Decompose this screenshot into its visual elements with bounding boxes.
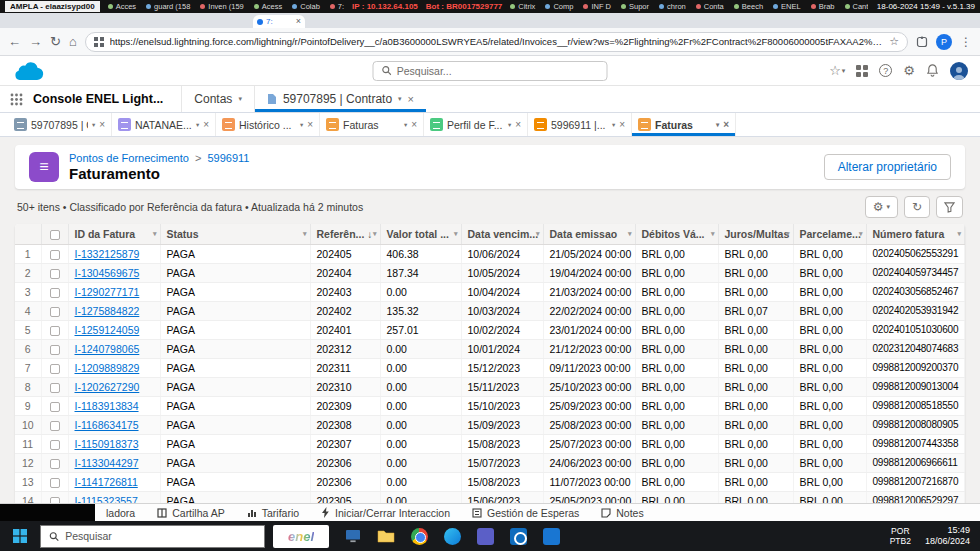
invoice-id-link[interactable]: I-1141726811 [75,476,138,488]
column-header-referencia[interactable]: Referên...↓▾ [310,224,380,244]
language-indicator[interactable]: POR PTB2 [890,526,911,546]
row-checkbox[interactable] [50,421,60,431]
chevron-down-icon[interactable]: ▾ [398,95,402,103]
column-header-status[interactable]: Status▾ [160,224,310,244]
row-checkbox[interactable] [50,345,60,355]
subtab-contact[interactable]: NATANAE...▾× [112,113,216,136]
window-chip[interactable]: Conta [696,2,724,11]
column-header-data-vencimento[interactable]: Data vencim...▾ [461,224,543,244]
close-icon[interactable]: × [307,119,313,130]
back-icon[interactable]: ← [8,35,21,48]
reload-icon[interactable]: ↻ [50,35,61,48]
browser-menu-icon[interactable]: ⋮ [960,35,972,49]
enel-app-tile[interactable]: enel [273,525,329,548]
invoice-id-link[interactable]: I-1290277171 [75,286,140,298]
filter-button[interactable] [936,196,963,218]
window-chip[interactable]: ENEL [773,2,801,11]
utility-item-notes[interactable]: Notes [590,504,654,521]
subtab-perfil[interactable]: Perfil de F...▾× [424,113,528,136]
close-icon[interactable]: × [411,119,417,130]
teams-icon[interactable] [475,526,495,546]
invoice-id-link[interactable]: I-1259124059 [75,324,140,336]
favorites-star-icon[interactable]: ☆▾ [829,64,845,77]
invoice-id-link[interactable]: I-1332125879 [75,248,140,260]
window-chip[interactable]: 7: [330,2,344,11]
invoice-id-link[interactable]: I-1202627290 [75,381,140,393]
chevron-down-icon[interactable]: ▾ [238,95,242,103]
breadcrumb-current-link[interactable]: 5996911 [207,152,249,164]
window-chip[interactable]: Supor [621,2,649,11]
window-chip[interactable]: Brab [811,2,835,11]
row-checkbox[interactable] [50,478,60,488]
app-launcher-icon[interactable] [0,86,33,112]
task-view-icon[interactable] [343,526,363,546]
subtab-faturas-active[interactable]: Faturas▾× [632,113,736,136]
window-chip[interactable]: Beech [734,2,763,11]
subtab-faturas-1[interactable]: Faturas▾× [320,113,424,136]
global-search[interactable] [373,61,608,81]
console-tab-contrato[interactable]: 59707895 | Contrato ▾ × [254,86,426,112]
breadcrumb-parent-link[interactable]: Pontos de Fornecimento [69,152,189,164]
utility-item-cartilha[interactable]: Cartilha AP [146,504,236,521]
edge-icon[interactable] [442,526,462,546]
browser-tab-active[interactable]: 7: × [253,15,305,28]
row-checkbox[interactable] [50,269,60,279]
chevron-down-icon[interactable]: ▾ [92,121,95,129]
column-header-valor-total[interactable]: Valor total ...▾ [380,224,461,244]
subtab-ponto[interactable]: 5996911 |...▾× [528,113,632,136]
site-info-icon[interactable] [94,37,104,47]
taskbar-clock[interactable]: 15:49 18/06/2024 [925,525,970,547]
close-icon[interactable]: × [619,119,625,130]
window-chip[interactable]: Acess [254,2,282,11]
subtab-historico[interactable]: Histórico ...▾× [216,113,320,136]
utility-item-gestion-esperas[interactable]: Gestión de Esperas [461,504,590,521]
tab-close-icon[interactable]: × [296,17,301,26]
window-chip[interactable]: INF D [583,2,611,11]
close-icon[interactable]: × [723,119,729,130]
row-checkbox[interactable] [50,307,60,317]
row-checkbox[interactable] [50,383,60,393]
invoice-id-link[interactable]: I-1115323557 [75,495,138,504]
file-explorer-icon[interactable] [376,526,396,546]
help-icon[interactable]: ? [879,64,892,77]
row-checkbox[interactable] [50,288,60,298]
window-chip[interactable]: Cant [845,2,869,11]
close-icon[interactable]: × [99,119,105,130]
chevron-down-icon[interactable]: ▾ [404,121,407,129]
app-icon-blue[interactable] [541,526,561,546]
refresh-button[interactable]: ↻ [904,196,930,218]
window-chip[interactable]: Acces [108,2,136,11]
row-checkbox[interactable] [50,326,60,336]
invoice-id-link[interactable]: I-1183913834 [75,400,139,412]
invoice-id-link[interactable]: I-1133044297 [75,457,139,469]
taskbar-search-input[interactable] [65,530,256,542]
window-chip[interactable]: Colab [292,2,320,11]
taskbar-search[interactable] [40,525,265,548]
utility-item-tarifario[interactable]: Tarifario [236,504,310,521]
column-header-numero-fatura[interactable]: Número fatura▾ [866,224,965,244]
row-checkbox[interactable] [50,440,60,450]
change-owner-button[interactable]: Alterar proprietário [824,154,951,180]
chevron-down-icon[interactable]: ▾ [612,121,615,129]
column-header-data-emissao[interactable]: Data emissao▾ [543,224,635,244]
bookmark-star-icon[interactable]: ☆ [889,35,899,48]
invoice-id-link[interactable]: I-1240798065 [75,343,140,355]
invoice-id-link[interactable]: I-1304569675 [75,267,140,279]
apps-icon[interactable] [856,65,868,77]
column-header-parcelamento[interactable]: Parcelame...▾ [793,224,866,244]
column-header-juros-multas[interactable]: Juros/Multas▾ [718,224,793,244]
row-checkbox[interactable] [50,364,60,374]
subtab-contrato[interactable]: 59707895 | Contr...▾× [8,113,112,136]
window-chip[interactable]: chron [659,2,686,11]
invoice-id-link[interactable]: I-1168634175 [75,419,139,431]
chevron-down-icon[interactable]: ▾ [300,121,303,129]
chevron-down-icon[interactable]: ▾ [716,121,719,129]
utility-item-interaccion[interactable]: Iniciar/Cerrar Interaccion [310,504,461,521]
extensions-icon[interactable] [916,36,928,48]
utility-item-calculadora[interactable]: ladora [95,504,146,521]
address-bar[interactable]: https://enelsud.lightning.force.com/ligh… [85,32,908,52]
close-icon[interactable]: × [515,119,521,130]
chevron-down-icon[interactable]: ▾ [196,121,199,129]
window-chip[interactable]: Inven (159 [200,2,243,11]
start-button[interactable] [0,521,40,551]
